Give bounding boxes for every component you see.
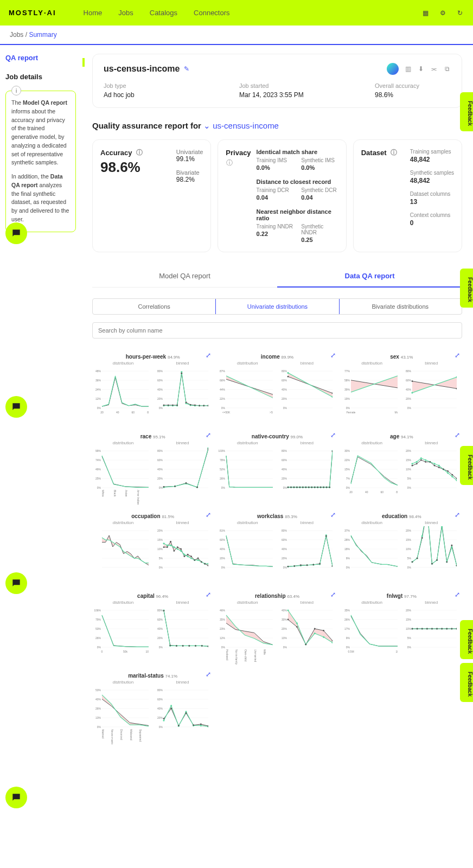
expand-icon[interactable]: ⤢ bbox=[330, 352, 336, 359]
svg-point-506 bbox=[170, 705, 172, 706]
expand-icon[interactable]: ⤢ bbox=[455, 591, 460, 598]
expand-icon[interactable]: ⤢ bbox=[455, 431, 460, 439]
chart-hours-per-week: ⤢ hours-per-week 84.9% distribution0%12%… bbox=[92, 352, 213, 429]
svg-text:15%: 15% bbox=[406, 458, 412, 462]
svg-point-347 bbox=[417, 558, 418, 559]
svg-text:15%: 15% bbox=[406, 538, 412, 541]
svg-point-353 bbox=[446, 561, 448, 563]
svg-text:23%: 23% bbox=[220, 627, 226, 630]
nav-catalogs[interactable]: Catalogs bbox=[150, 9, 177, 17]
expand-icon[interactable]: ⤢ bbox=[206, 591, 211, 598]
svg-point-40 bbox=[185, 401, 187, 403]
save-icon[interactable]: ▥ bbox=[404, 65, 412, 73]
svg-point-43 bbox=[199, 405, 200, 406]
svg-point-427 bbox=[323, 636, 324, 638]
copy-icon[interactable]: ⧉ bbox=[443, 65, 451, 73]
svg-text:60%: 60% bbox=[282, 379, 287, 382]
svg-text:20%: 20% bbox=[406, 529, 412, 532]
gear-icon[interactable]: ⚙ bbox=[438, 9, 447, 17]
chat-fab[interactable] bbox=[5, 396, 27, 418]
feedback-tab[interactable]: Feedback bbox=[460, 269, 473, 308]
breadcrumb-summary[interactable]: Summary bbox=[29, 31, 56, 39]
svg-text:49%: 49% bbox=[95, 468, 101, 471]
distribution-tabs: Correlations Univariate distributions Bi… bbox=[92, 298, 462, 315]
info-icon[interactable]: ⓘ bbox=[136, 149, 143, 157]
svg-point-253 bbox=[166, 545, 168, 546]
svg-text:35%: 35% bbox=[220, 618, 226, 621]
svg-point-214 bbox=[416, 461, 418, 463]
svg-text:80%: 80% bbox=[406, 369, 412, 373]
svg-point-510 bbox=[200, 725, 201, 726]
chat-fab[interactable] bbox=[5, 572, 27, 594]
svg-text:5%: 5% bbox=[407, 557, 412, 560]
nav-jobs[interactable]: Jobs bbox=[118, 9, 133, 17]
breadcrumb-jobs[interactable]: Jobs bbox=[10, 31, 23, 39]
svg-text:22%: 22% bbox=[220, 397, 226, 400]
download-icon[interactable]: ⬇ bbox=[417, 65, 425, 73]
svg-point-429 bbox=[287, 619, 289, 621]
expand-icon[interactable]: ⤢ bbox=[206, 671, 211, 678]
svg-point-227 bbox=[425, 461, 427, 463]
svg-text:20%: 20% bbox=[406, 397, 412, 400]
svg-point-175 bbox=[293, 487, 295, 488]
svg-point-222 bbox=[452, 476, 453, 477]
svg-point-230 bbox=[438, 467, 440, 468]
svg-point-387 bbox=[163, 610, 164, 611]
svg-point-390 bbox=[182, 645, 183, 647]
svg-text:>50K: >50K bbox=[270, 411, 273, 414]
svg-text:22%: 22% bbox=[344, 458, 350, 462]
info-icon[interactable]: ⓘ bbox=[390, 149, 398, 157]
feedback-tab[interactable]: Feedback bbox=[460, 620, 473, 659]
svg-text:Other: Other bbox=[148, 729, 149, 736]
svg-text:20: 20 bbox=[349, 490, 353, 494]
avatar[interactable] bbox=[387, 63, 399, 75]
svg-text:60: 60 bbox=[380, 490, 383, 494]
grid-icon[interactable]: ▦ bbox=[421, 9, 430, 17]
qa-dataset-link[interactable]: ⌄ us-census-income bbox=[203, 121, 279, 130]
brand-logo[interactable]: MOSTLY·AI bbox=[9, 9, 56, 17]
svg-point-505 bbox=[163, 720, 164, 722]
svg-text:19%: 19% bbox=[344, 397, 350, 400]
expand-icon[interactable]: ⤢ bbox=[330, 511, 336, 519]
tab-bivariate[interactable]: Bivariate distributions bbox=[339, 299, 462, 314]
expand-icon[interactable]: ⤢ bbox=[206, 511, 211, 519]
svg-text:18%: 18% bbox=[344, 547, 350, 551]
svg-text:0%: 0% bbox=[158, 406, 163, 410]
feedback-tab[interactable]: Feedback bbox=[460, 446, 473, 485]
nav-home[interactable]: Home bbox=[84, 9, 103, 17]
expand-icon[interactable]: ⤢ bbox=[330, 591, 336, 598]
svg-point-433 bbox=[323, 630, 324, 631]
tab-model-qa[interactable]: Model QA report bbox=[92, 265, 277, 287]
nav-connectors[interactable]: Connectors bbox=[194, 9, 229, 17]
expand-icon[interactable]: ⤢ bbox=[330, 431, 336, 439]
svg-point-275 bbox=[194, 559, 195, 561]
edit-icon[interactable]: ✎ bbox=[184, 65, 189, 73]
svg-point-185 bbox=[323, 487, 324, 488]
tab-correlations[interactable]: Correlations bbox=[93, 299, 216, 314]
expand-icon[interactable]: ⤢ bbox=[206, 431, 211, 439]
svg-text:60%: 60% bbox=[282, 538, 287, 541]
sidebar-qa-report[interactable]: QA report bbox=[5, 54, 76, 62]
feedback-tab[interactable]: Feedback bbox=[460, 92, 473, 131]
svg-point-338 bbox=[421, 535, 423, 537]
svg-text:77%: 77% bbox=[344, 369, 350, 373]
svg-point-468 bbox=[417, 628, 418, 630]
tab-univariate[interactable]: Univariate distributions bbox=[215, 298, 339, 315]
job-header-card: us-census-income ✎ ▥ ⬇ ⫘ ⧉ Job type Ad h… bbox=[92, 54, 462, 108]
expand-icon[interactable]: ⤢ bbox=[206, 352, 211, 359]
svg-point-423 bbox=[287, 609, 289, 611]
search-input[interactable] bbox=[92, 322, 462, 339]
chat-fab[interactable] bbox=[5, 222, 27, 244]
info-icon[interactable]: ⓘ bbox=[226, 159, 233, 167]
expand-icon[interactable]: ⤢ bbox=[455, 511, 460, 519]
expand-icon[interactable]: ⤢ bbox=[455, 352, 460, 359]
tab-data-qa[interactable]: Data QA report bbox=[277, 265, 462, 288]
svg-text:Widowed: Widowed bbox=[130, 729, 133, 741]
refresh-icon[interactable]: ↻ bbox=[456, 9, 464, 17]
share-icon[interactable]: ⫘ bbox=[430, 65, 438, 73]
svg-point-314 bbox=[325, 535, 327, 537]
svg-text:99%: 99% bbox=[95, 449, 101, 452]
svg-text:10%: 10% bbox=[157, 547, 163, 551]
svg-text:9%: 9% bbox=[346, 557, 350, 560]
feedback-tab[interactable]: Feedback bbox=[460, 663, 473, 702]
